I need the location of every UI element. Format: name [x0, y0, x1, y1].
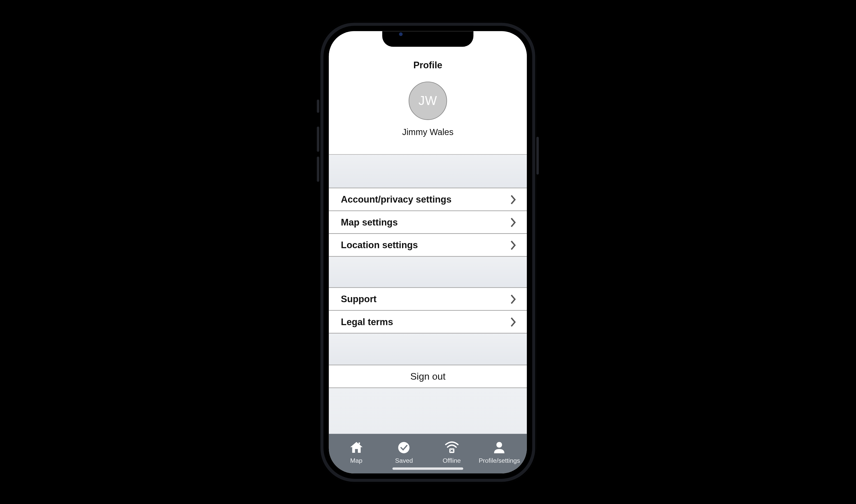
mute-switch[interactable] — [317, 100, 319, 113]
home-icon — [348, 441, 364, 454]
wifi-off-icon — [444, 441, 459, 454]
row-account-privacy[interactable]: Account/privacy settings — [329, 188, 527, 211]
chevron-right-icon — [510, 240, 516, 250]
check-circle-icon — [396, 441, 412, 454]
chevron-right-icon — [510, 294, 516, 304]
home-indicator — [392, 467, 463, 470]
svg-point-1 — [398, 442, 409, 453]
page-title: Profile — [329, 60, 527, 71]
row-support[interactable]: Support — [329, 287, 527, 311]
avatar[interactable]: JW — [408, 82, 447, 120]
tab-label: Offline — [443, 456, 461, 464]
row-label: Account/privacy settings — [341, 194, 451, 205]
tab-offline[interactable]: Offline — [428, 437, 476, 468]
tab-label: Saved — [395, 456, 413, 464]
phone-frame: Profile JW Jimmy Wales Account/privacy s… — [319, 22, 537, 483]
avatar-initials: JW — [418, 93, 437, 108]
tab-label: Map — [350, 456, 362, 464]
chevron-right-icon — [510, 317, 516, 327]
user-display-name: Jimmy Wales — [329, 127, 527, 137]
volume-down-button[interactable] — [317, 157, 319, 182]
tab-map[interactable]: Map — [332, 437, 380, 468]
profile-header: Profile JW Jimmy Wales — [329, 31, 527, 155]
volume-up-button[interactable] — [317, 127, 319, 152]
tab-saved[interactable]: Saved — [380, 437, 428, 468]
row-map-settings[interactable]: Map settings — [329, 211, 527, 234]
tab-profile-settings[interactable]: Profile/settings — [476, 437, 523, 468]
svg-point-3 — [497, 442, 502, 448]
row-label: Support — [341, 294, 376, 305]
row-legal-terms[interactable]: Legal terms — [329, 310, 527, 334]
svg-rect-0 — [358, 442, 360, 444]
row-label: Legal terms — [341, 317, 393, 327]
chevron-right-icon — [510, 218, 516, 227]
row-location-settings[interactable]: Location settings — [329, 233, 527, 257]
power-button[interactable] — [536, 137, 539, 175]
person-icon — [492, 441, 507, 454]
row-label: Location settings — [341, 240, 417, 250]
sign-out-label: Sign out — [410, 371, 445, 382]
row-label: Map settings — [341, 217, 397, 228]
tab-label: Profile/settings — [479, 456, 520, 464]
settings-list: Account/privacy settings Map settings Lo… — [329, 155, 527, 434]
screen: Profile JW Jimmy Wales Account/privacy s… — [329, 31, 527, 473]
sign-out-button[interactable]: Sign out — [329, 365, 527, 388]
chevron-right-icon — [510, 195, 516, 204]
